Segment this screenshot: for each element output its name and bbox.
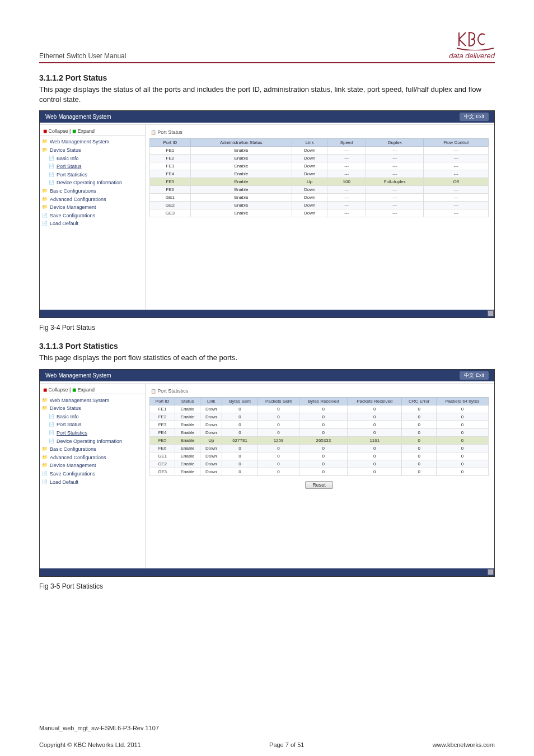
table-row: GE1EnableDown000000	[150, 452, 489, 460]
tree-port-status[interactable]: Port Status	[42, 162, 143, 171]
tree-device-op-info[interactable]: Device Operating Information	[42, 437, 143, 446]
port-statistics-table: Port IDStatusLinkBytes SentPackets SentB…	[149, 397, 489, 476]
table-header: Packets 64 bytes	[436, 397, 488, 405]
table-row: FE4EnableDown---------	[150, 170, 489, 178]
sidebar: ◼ Collapse | ◼ Expand Web Management Sys…	[40, 125, 146, 310]
table-header: Status	[175, 397, 200, 405]
table-header: Flow Control	[424, 139, 489, 147]
table-header: Port ID	[150, 397, 175, 405]
table-row: GE1EnableDown---------	[150, 194, 489, 202]
tree-device-status[interactable]: Device Status	[42, 404, 143, 413]
tree-basic-info[interactable]: Basic Info	[42, 155, 143, 163]
exit-button[interactable]: 中文 Exit	[460, 113, 489, 121]
table-row: FE2EnableDown---------	[150, 155, 489, 162]
table-row: GE3EnableDown000000	[150, 468, 489, 475]
footer-page-number: Page 7 of 51	[269, 741, 304, 748]
table-header: Packets Sent	[257, 397, 299, 405]
table-header: Port ID	[150, 139, 191, 147]
tree-root[interactable]: Web Management System	[42, 138, 143, 146]
footer-url: www.kbcnetworks.com	[433, 741, 495, 748]
table-row: FE1EnableDown---------	[150, 147, 489, 155]
logo-block: data delivered	[449, 28, 495, 60]
logo-tagline: data delivered	[449, 52, 495, 60]
fig-caption-1: Fig 3-4 Port Status	[39, 324, 495, 332]
table-row: FE1EnableDown000000	[150, 405, 489, 413]
sidebar: ◼ Collapse | ◼ Expand Web Management Sys…	[40, 384, 146, 568]
section-text-port-status: This page displays the status of all the…	[39, 85, 495, 105]
section-text-port-statistics: This page displays the port flow statist…	[39, 353, 495, 363]
tree-device-op-info[interactable]: Device Operating Information	[42, 179, 143, 187]
panel-title: Port Statistics	[149, 387, 489, 397]
page-footer: Manual_web_mgt_sw-ESML6-P3-Rev 1107 Copy…	[39, 725, 495, 748]
fig-caption-2: Fig 3-5 Port Statistics	[39, 582, 495, 590]
tree-basic-conf[interactable]: Basic Configurations	[42, 187, 143, 195]
tree-save-conf[interactable]: Save Configurations	[42, 212, 143, 220]
tree-port-statistics[interactable]: Port Statistics	[42, 429, 143, 437]
collapse-expand-bar[interactable]: ◼ Collapse | ◼ Expand	[40, 127, 146, 136]
tree-load-default[interactable]: Load Default	[42, 478, 143, 487]
screenshot-port-statistics: Web Management System 中文 Exit ◼ Collapse…	[39, 369, 495, 577]
tree-adv-conf[interactable]: Advanced Configurations	[42, 195, 143, 204]
table-header: Link	[292, 139, 327, 147]
port-status-table: Port IDAdministration StatusLinkSpeedDup…	[149, 138, 489, 217]
table-header: Speed	[327, 139, 366, 147]
table-row: GE3EnableDown---------	[150, 209, 489, 217]
footer-copyright: Copyright © KBC Networks Ltd. 2011	[39, 741, 141, 748]
kbc-logo-icon	[456, 28, 495, 50]
manual-title: Ethernet Switch User Manual	[39, 52, 126, 60]
tree-device-mgmt[interactable]: Device Management	[42, 461, 143, 470]
app-title: Web Management System	[45, 372, 111, 379]
table-header: Administration Status	[190, 139, 292, 147]
table-header: Packets Received	[348, 397, 402, 405]
table-row: FE6EnableDown---------	[150, 186, 489, 194]
table-row: FE3EnableDown---------	[150, 162, 489, 170]
table-header: Duplex	[366, 139, 424, 147]
tree-basic-info[interactable]: Basic Info	[42, 413, 143, 421]
app-title: Web Management System	[45, 114, 111, 120]
tree-port-statistics[interactable]: Port Statistics	[42, 171, 143, 179]
screenshot-port-status: Web Management System 中文 Exit ◼ Collapse…	[39, 110, 495, 318]
tree-adv-conf[interactable]: Advanced Configurations	[42, 454, 143, 462]
section-heading-port-status: 3.1.1.2 Port Status	[39, 73, 495, 82]
table-row: GE2EnableDown000000	[150, 460, 489, 468]
tree-basic-conf[interactable]: Basic Configurations	[42, 445, 143, 454]
tree-root[interactable]: Web Management System	[42, 396, 143, 405]
table-row: FE6EnableDown000000	[150, 444, 489, 452]
screenshot-footer-bar	[40, 310, 494, 318]
table-row: FE5EnableUp100Full-duplexOff	[150, 178, 489, 186]
exit-button[interactable]: 中文 Exit	[460, 371, 489, 380]
tree-device-mgmt[interactable]: Device Management	[42, 203, 143, 212]
tree-save-conf[interactable]: Save Configurations	[42, 470, 143, 478]
page-header: Ethernet Switch User Manual data deliver…	[39, 28, 495, 63]
footer-manual-ref: Manual_web_mgt_sw-ESML6-P3-Rev 1107	[39, 725, 495, 731]
screenshot-footer-bar	[40, 568, 494, 576]
table-row: FE5EnableUp6277811258265333116100	[150, 436, 489, 444]
scroll-down-icon[interactable]	[488, 569, 494, 575]
table-header: Bytes Received	[299, 397, 348, 405]
table-header: Link	[200, 397, 222, 405]
table-header: Bytes Sent	[222, 397, 257, 405]
scroll-down-icon[interactable]	[488, 310, 494, 316]
reset-button[interactable]: Reset	[305, 481, 333, 489]
collapse-expand-bar[interactable]: ◼ Collapse | ◼ Expand	[40, 386, 146, 394]
table-row: GE2EnableDown---------	[150, 202, 489, 209]
table-row: FE3EnableDown000000	[150, 421, 489, 428]
section-heading-port-statistics: 3.1.1.3 Port Statistics	[39, 342, 495, 351]
table-row: FE4EnableDown000000	[150, 428, 489, 436]
table-header: CRC Error	[402, 397, 437, 405]
table-row: FE2EnableDown000000	[150, 413, 489, 421]
tree-device-status[interactable]: Device Status	[42, 146, 143, 155]
tree-load-default[interactable]: Load Default	[42, 220, 143, 228]
tree-port-status[interactable]: Port Status	[42, 421, 143, 429]
panel-title: Port Status	[149, 128, 489, 138]
